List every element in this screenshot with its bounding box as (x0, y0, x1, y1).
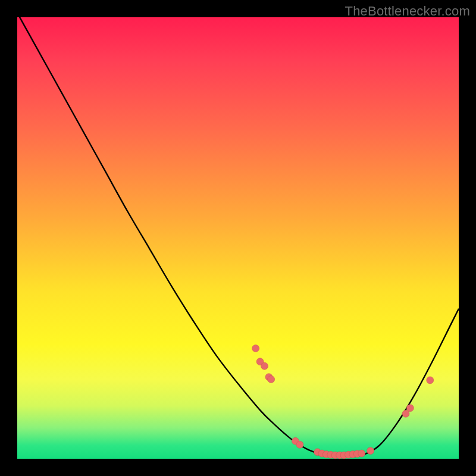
marker-point (406, 405, 414, 412)
marker-point (427, 377, 434, 384)
marker-point (252, 345, 259, 352)
marker-point (261, 362, 268, 369)
marker-point (268, 375, 275, 383)
curve-svg (17, 17, 459, 459)
watermark-label: TheBottlenecker.com (345, 4, 470, 19)
marker-point (402, 410, 409, 417)
marker-point (367, 447, 374, 455)
marker-point (358, 450, 365, 457)
marker-point (296, 441, 303, 448)
bottleneck-curve (17, 13, 459, 457)
plot-area (17, 17, 459, 459)
markers-group (252, 345, 434, 459)
root-canvas: TheBottlenecker.com (0, 0, 476, 476)
